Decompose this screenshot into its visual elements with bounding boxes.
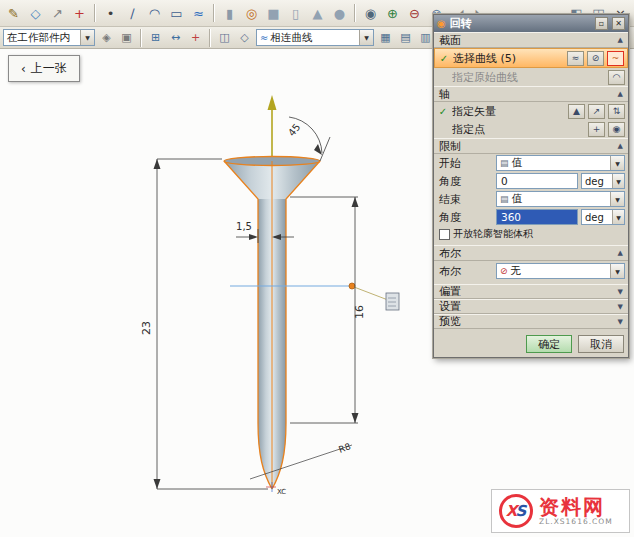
chevron-down-icon[interactable]: ▼ [610,156,624,170]
subtract-icon[interactable]: ⊖ [404,3,425,24]
point-constructor-button[interactable]: ◉ [608,122,625,137]
sphere-icon[interactable]: ● [329,3,350,24]
separator[interactable] [94,4,96,22]
section-header-limits[interactable]: 限制 ▲ [434,138,628,154]
section-header-offset[interactable]: 偏置 ▼ [434,284,628,299]
start-angle-label: 角度 [437,174,493,189]
section-header-section[interactable]: 截面 ▲ [434,32,628,48]
specify-vector-row[interactable]: ✓ 指定矢量 ▲ ↗ ⇅ [434,102,628,120]
detach-dialog-button[interactable]: ▫ [595,17,608,30]
revolve-icon[interactable]: ◎ [241,3,262,24]
point-icon[interactable]: • [100,3,121,24]
start-angle-unit-combo[interactable]: deg ▼ [581,173,625,189]
check-icon: ✓ [437,106,449,117]
separator[interactable] [354,4,356,22]
snap-endpoint-icon[interactable]: ▤ [396,29,415,47]
selection-intent-icon: ≈ [572,53,580,63]
boolean-combo[interactable]: ⊘ 无 ▼ [496,263,625,279]
cylinder-icon[interactable]: ▯ [285,3,306,24]
axis-vector-arrow[interactable] [268,95,277,161]
cancel-button[interactable]: 取消 [578,335,624,353]
collapse-up-icon[interactable]: ▲ [618,90,623,98]
start-angle-input[interactable]: 0 [496,173,578,189]
arc-icon[interactable]: ◠ [144,3,165,24]
section-header-preview[interactable]: 预览 ▼ [434,314,628,329]
select-curve-row[interactable]: ✓ 选择曲线 (5) ≈ ⊘ ~ [434,48,628,68]
section-header-settings[interactable]: 设置 ▼ [434,299,628,314]
dimension-overall-height[interactable]: 23 [140,159,268,489]
close-dialog-button[interactable]: ✕ [612,17,625,30]
selection-intent-button[interactable]: ≈ [567,51,584,66]
work-in-part-icon[interactable]: ◈ [97,29,116,47]
separator[interactable] [140,29,142,47]
dim-23-label: 23 [140,321,153,335]
vector-constructor-icon: ▲ [573,106,580,116]
highlight-profile-icon[interactable]: ◇ [235,29,254,47]
sketch-icon[interactable]: ✎ [3,3,24,24]
snap-grid-icon[interactable]: ▦ [376,29,395,47]
origin-point-handle[interactable] [349,283,355,289]
angle-drag-handle[interactable] [386,293,399,310]
spline-icon[interactable]: ≈ [188,3,209,24]
previous-button[interactable]: ‹ 上一张 [8,55,80,82]
end-angle-input[interactable]: 360 [496,209,578,225]
collapse-down-icon[interactable]: ▼ [618,318,623,326]
end-angle-row: 角度 360 deg ▼ [434,208,628,226]
curve-rule-combo[interactable]: ≈ 相连曲线 ▼ [256,29,374,46]
chevron-down-icon[interactable]: ▼ [610,192,624,206]
chevron-down-icon[interactable]: ▼ [359,30,373,45]
selection-rect-icon[interactable]: ◫ [215,29,234,47]
origin-curve-label: 指定原始曲线 [452,70,605,85]
ok-button[interactable]: 确定 [526,335,572,353]
chevron-down-icon[interactable]: ▼ [612,210,624,224]
collapse-up-icon[interactable]: ▲ [618,142,623,150]
create-point-icon[interactable]: ⊞ [146,29,165,47]
end-angle-unit-combo[interactable]: deg ▼ [581,209,625,225]
section-header-axis[interactable]: 轴 ▲ [434,86,628,102]
reverse-direction-button[interactable]: ⇅ [608,104,625,119]
collapse-down-icon[interactable]: ▼ [618,303,623,311]
orient-wcs-icon[interactable]: + [186,29,205,47]
separator[interactable] [209,29,211,47]
selected-section-curves[interactable] [224,157,320,490]
move-handle-icon[interactable]: ↔ [166,29,185,47]
point-dialog-button[interactable]: + [588,122,605,137]
separator[interactable] [213,4,215,22]
scope-combo[interactable]: 在工作部件内 ▼ [3,29,95,46]
vector-constructor-button[interactable]: ▲ [568,104,585,119]
origin-curve-row[interactable]: 指定原始曲线 ◠ [434,68,628,86]
datum-plane-icon[interactable]: ◇ [25,3,46,24]
inferred-vector-button[interactable]: ↗ [588,104,605,119]
unite-icon[interactable]: ⊕ [382,3,403,24]
datum-axis-icon[interactable]: ↗ [47,3,68,24]
boolean-value: 无 [511,264,522,278]
section-header-boolean[interactable]: 布尔 ▲ [434,245,628,261]
dim-45-label: 45 [286,121,303,138]
block-icon[interactable]: ■ [263,3,284,24]
origin-curve-button[interactable]: ◠ [608,70,625,85]
end-option-combo[interactable]: ▤ 值 ▼ [496,191,625,207]
dimension-head-angle[interactable]: 45 [286,117,330,161]
deselect-all-button[interactable]: ⊘ [587,51,604,66]
start-option-combo[interactable]: ▤ 值 ▼ [496,155,625,171]
revolve-dialog-icon: ◉ [437,18,446,29]
collapse-up-icon[interactable]: ▲ [618,36,623,44]
collapse-up-icon[interactable]: ▲ [618,249,623,257]
rectangle-icon[interactable]: ▭ [166,3,187,24]
line-icon[interactable]: ∕ [122,3,143,24]
open-profile-checkbox[interactable] [439,229,450,240]
chevron-down-icon[interactable]: ▼ [80,30,94,45]
dialog-titlebar[interactable]: ◉ 回转 ▫ ✕ [434,15,628,32]
extrude-icon[interactable]: ▮ [219,3,240,24]
chevron-down-icon[interactable]: ▼ [612,174,624,188]
hole-icon[interactable]: ◉ [360,3,381,24]
curve-select-button[interactable]: ~ [607,51,624,66]
cone-icon[interactable]: ▲ [307,3,328,24]
collapse-down-icon[interactable]: ▼ [618,288,623,296]
arc-icon: ◠ [613,72,621,82]
specify-point-row[interactable]: 指定点 + ◉ [434,120,628,138]
chevron-down-icon[interactable]: ▼ [610,264,624,278]
interpart-link-icon[interactable]: ▣ [117,29,136,47]
dimension-shaft-length[interactable]: 16 [290,197,366,423]
datum-csys-icon[interactable]: + [69,3,90,24]
